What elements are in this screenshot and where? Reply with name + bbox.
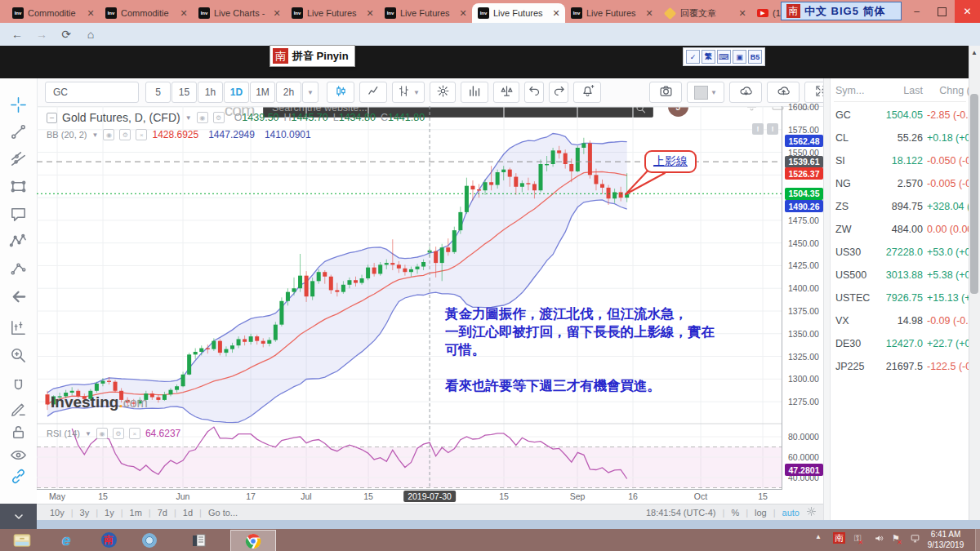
tab-close-button[interactable]: ✕: [85, 8, 96, 19]
browser-tab-3[interactable]: InvLive Charts -✕: [193, 3, 286, 23]
rsi-close-button[interactable]: ×: [129, 428, 140, 439]
timeframe-button-1M[interactable]: 1M: [250, 82, 275, 103]
ime-toolbar[interactable]: ✓繁⌨▣B5: [683, 47, 765, 66]
taskbar-explorer-icon[interactable]: [10, 531, 34, 549]
ime-toolbar-icon-1[interactable]: ✓: [686, 50, 700, 64]
bb-eye-button[interactable]: ◉: [103, 129, 114, 140]
timeframe-button-1D[interactable]: 1D: [224, 82, 249, 103]
ime-toolbar-icon-4[interactable]: ▣: [733, 50, 746, 64]
line-type-button[interactable]: [359, 82, 387, 103]
rsi-caret[interactable]: ▼: [85, 430, 91, 438]
tool-arrow-left[interactable]: [9, 287, 28, 306]
ime-candidate-box[interactable]: 南 拼音 Pinyin: [270, 45, 355, 67]
browser-tab-7[interactable]: InvLive Futures✕: [565, 3, 658, 23]
annotation-bubble[interactable]: 上影線: [644, 150, 697, 173]
tool-trend-line[interactable]: [9, 122, 28, 141]
tray-ime-nan-icon[interactable]: 南: [833, 532, 845, 544]
quote-row-US500[interactable]: US5003013.88+5.38 (+0.18%): [835, 269, 969, 286]
taskbar-nan-ime-icon[interactable]: 南: [96, 531, 121, 549]
cloud-download-button[interactable]: [729, 82, 762, 103]
quote-row-VX[interactable]: VX14.98-0.09 (-0.60%): [835, 315, 969, 331]
bottom-gear-button[interactable]: [806, 506, 817, 518]
range-button-1d[interactable]: 1d: [176, 508, 199, 518]
indicators-button[interactable]: [461, 82, 488, 103]
tab-close-button[interactable]: ✕: [457, 8, 469, 19]
scale-button-%[interactable]: %: [724, 508, 746, 518]
bb-gear-button[interactable]: ⚙: [119, 129, 131, 140]
series-gear-button[interactable]: ⚙: [213, 112, 225, 123]
taskbar-chrome-icon[interactable]: [230, 530, 276, 551]
tab-close-button[interactable]: ✕: [644, 8, 655, 19]
rail-collapse-button[interactable]: [0, 504, 37, 529]
tool-lock[interactable]: [9, 423, 28, 442]
tool-zoom-in[interactable]: [9, 346, 28, 365]
range-button-7d[interactable]: 7d: [151, 508, 174, 518]
interval-button[interactable]: ▼: [392, 82, 425, 103]
quote-row-DE30[interactable]: DE3012427.0+22.7 (+0.18%): [835, 338, 969, 354]
quote-row-SI[interactable]: SI18.122-0.050 (-0.28%): [835, 155, 969, 171]
tool-crosshair[interactable]: [9, 96, 28, 114]
scale-button-auto[interactable]: auto: [776, 508, 806, 518]
quote-row-NG[interactable]: NG2.570-0.005 (-0.19%): [835, 178, 969, 194]
quote-row-USTEC[interactable]: USTEC7926.75+15.13 (+0.19%): [835, 292, 969, 309]
browser-tab-1[interactable]: InvCommoditie✕: [7, 3, 100, 23]
range-button-1y[interactable]: 1y: [98, 508, 121, 518]
tray-flag-warning-icon[interactable]: ⚑✕: [892, 533, 906, 544]
bb-close-button[interactable]: ×: [136, 129, 147, 140]
compare-button[interactable]: [493, 82, 519, 103]
tray-volume-icon[interactable]: [874, 533, 884, 545]
back-button[interactable]: ←: [8, 25, 26, 43]
tool-link[interactable]: [9, 467, 28, 486]
rsi-eye-button[interactable]: ◉: [96, 428, 108, 439]
symbol-input[interactable]: GC: [45, 82, 139, 103]
scale-button-log[interactable]: log: [748, 508, 773, 518]
scrollbar-thumb[interactable]: [970, 94, 978, 294]
time-axis[interactable]: May15Jun17Jul152019-07-3015Sep16Oct15: [37, 490, 823, 504]
browser-tab-2[interactable]: InvCommoditie✕: [100, 3, 193, 23]
tool-xabcd-pattern[interactable]: [9, 232, 28, 251]
ime-language-indicator[interactable]: 南 中文 BIG5 简体: [781, 2, 902, 20]
taskbar-clock[interactable]: 6:41 AM9/13/2019: [921, 530, 970, 550]
range-button-10y[interactable]: 10y: [43, 508, 71, 518]
redo-button[interactable]: [549, 82, 568, 103]
ime-toolbar-icon-5[interactable]: B5: [748, 50, 762, 64]
taskbar-fax-icon[interactable]: [186, 531, 211, 549]
tool-draw-unlock[interactable]: [9, 400, 28, 419]
window-minimize-button[interactable]: –: [904, 0, 929, 23]
swatch-button[interactable]: ▼: [687, 82, 724, 103]
timeframe-more-button[interactable]: ▼: [302, 82, 318, 103]
tool-rectangle[interactable]: [9, 177, 28, 196]
scrollbar-up-arrow[interactable]: ▲: [971, 49, 978, 56]
timeframe-button-5[interactable]: 5: [145, 82, 171, 103]
ime-toolbar-icon-2[interactable]: 繁: [702, 50, 715, 64]
timeframe-button-1h[interactable]: 1h: [198, 82, 223, 103]
window-close-button[interactable]: ✕: [955, 0, 980, 23]
browser-tab-5[interactable]: InvLive Futures✕: [379, 3, 472, 23]
timeframe-button-2h[interactable]: 2h: [276, 82, 301, 103]
quote-row-GC[interactable]: GC1504.05-2.85 (-0.19%): [835, 109, 969, 126]
price-alert-icon[interactable]: !: [767, 123, 778, 135]
candles-type-button[interactable]: [327, 82, 354, 103]
show-desktop-button[interactable]: [975, 529, 980, 551]
tool-eye[interactable]: [9, 446, 28, 464]
tool-text-comment[interactable]: [9, 205, 28, 224]
reload-button[interactable]: ⟳: [57, 25, 75, 43]
timeframe-button-15[interactable]: 15: [172, 82, 197, 103]
window-restore-button[interactable]: [929, 0, 955, 23]
camera-button[interactable]: [649, 82, 682, 103]
quote-row-JP225[interactable]: JP22521697.5-122.5 (-0.56%): [835, 361, 969, 377]
alert-add-button[interactable]: [573, 82, 601, 103]
quote-row-CL[interactable]: CL55.26+0.18 (+0.33%): [835, 132, 969, 149]
forward-button[interactable]: →: [33, 25, 51, 43]
tool-measure[interactable]: [9, 318, 28, 337]
tab-close-button[interactable]: ✕: [364, 8, 376, 19]
taskbar-chromium-icon[interactable]: [137, 531, 162, 549]
legend-collapse-button[interactable]: –: [47, 113, 57, 123]
gear-button[interactable]: [430, 82, 456, 103]
tool-forecast[interactable]: [9, 260, 28, 278]
ime-toolbar-icon-3[interactable]: ⌨: [717, 50, 731, 64]
quote-row-ZS[interactable]: ZS894.75+328.04 (+3.25%): [835, 201, 969, 217]
tab-close-button[interactable]: ✕: [178, 8, 189, 19]
series-eye-button[interactable]: ◉: [197, 112, 208, 123]
rsi-gear-button[interactable]: ⚙: [113, 428, 124, 439]
